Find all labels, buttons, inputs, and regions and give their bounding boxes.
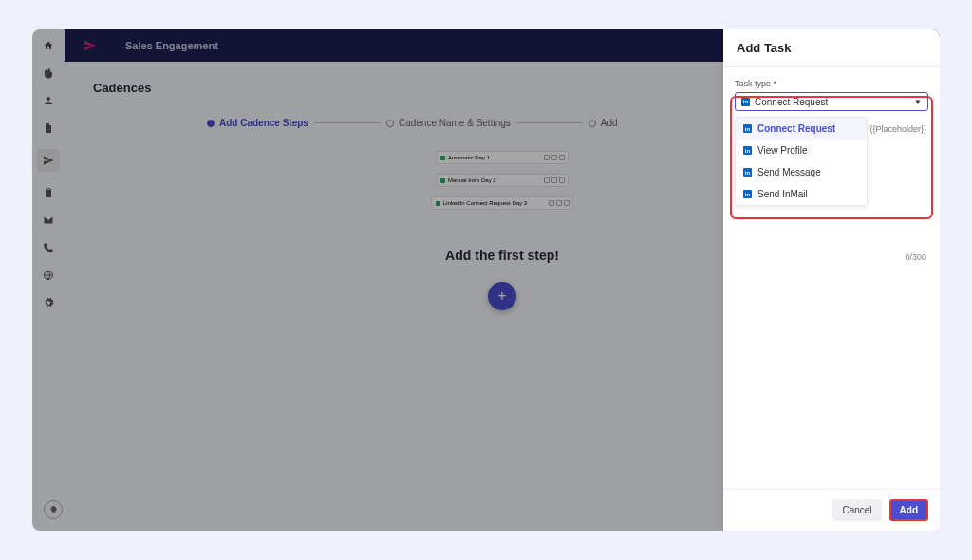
chip-row: Manual Intro Day 2 bbox=[436, 174, 569, 187]
panel-title: Add Task bbox=[723, 29, 940, 67]
chevron-down-icon: ▼ bbox=[914, 98, 922, 106]
radio-icon bbox=[589, 120, 596, 127]
step-label: Add bbox=[601, 118, 618, 128]
option-connect-request[interactable]: in Connect Request bbox=[736, 118, 867, 140]
radio-icon bbox=[207, 120, 215, 127]
linkedin-icon: in bbox=[743, 124, 752, 133]
linkedin-icon: in bbox=[743, 146, 752, 155]
linkedin-icon: in bbox=[743, 168, 752, 177]
add-task-panel: Add Task Task type * in Connect Request … bbox=[723, 29, 940, 531]
step-3: Add bbox=[589, 118, 618, 128]
option-label: Send Message bbox=[757, 167, 821, 177]
step-label: Add Cadence Steps bbox=[219, 118, 308, 128]
option-label: Connect Request bbox=[757, 123, 835, 134]
add-button[interactable]: Add bbox=[889, 499, 928, 521]
step-label: Cadence Name & Settings bbox=[399, 118, 511, 128]
example-chips: Automatic Day 1 Manual Intro Day 2 Linke… bbox=[436, 151, 569, 210]
option-send-message[interactable]: in Send Message bbox=[736, 161, 867, 183]
app-frame: Sales Engagement Cadences Add Cadence St… bbox=[32, 29, 940, 531]
placeholder-hint: {{Placeholder}} bbox=[869, 124, 926, 134]
send-icon[interactable] bbox=[37, 149, 60, 172]
linkedin-icon: in bbox=[743, 190, 752, 198]
mail-icon[interactable] bbox=[42, 214, 55, 227]
stepper-line bbox=[516, 122, 583, 123]
chip-row: LinkedIn Connect Request Day 3 bbox=[431, 196, 573, 210]
panel-footer: Cancel Add bbox=[723, 489, 940, 531]
cancel-button[interactable]: Cancel bbox=[832, 499, 881, 521]
topbar-title: Sales Engagement bbox=[125, 40, 218, 51]
char-counter: 0/300 bbox=[905, 252, 926, 262]
task-type-label: Task type * bbox=[735, 79, 928, 88]
phone-icon[interactable] bbox=[42, 241, 55, 254]
rocket-fab[interactable] bbox=[44, 500, 63, 519]
sidebar bbox=[32, 29, 65, 531]
gear-icon[interactable] bbox=[42, 296, 55, 309]
add-step-button[interactable]: + bbox=[488, 282, 516, 310]
step-2: Cadence Name & Settings bbox=[386, 118, 511, 128]
globe-icon[interactable] bbox=[42, 269, 55, 282]
document-icon[interactable] bbox=[42, 121, 55, 135]
option-send-inmail[interactable]: in Send InMail bbox=[736, 183, 867, 205]
step-1: Add Cadence Steps bbox=[207, 118, 308, 128]
hand-icon[interactable] bbox=[42, 66, 55, 80]
chip-row: Automatic Day 1 bbox=[436, 151, 569, 164]
home-icon[interactable] bbox=[42, 39, 55, 52]
linkedin-icon: in bbox=[741, 98, 750, 106]
radio-icon bbox=[386, 120, 394, 127]
task-type-dropdown: in Connect Request in View Profile in Se… bbox=[735, 117, 868, 206]
panel-body: Task type * in Connect Request ▼ {{Place… bbox=[723, 67, 940, 489]
person-icon[interactable] bbox=[42, 94, 55, 107]
option-label: View Profile bbox=[757, 145, 808, 156]
option-label: Send InMail bbox=[757, 189, 808, 199]
select-value: Connect Request bbox=[755, 97, 828, 107]
brand-icon bbox=[84, 39, 97, 52]
option-view-profile[interactable]: in View Profile bbox=[736, 140, 867, 161]
stepper-line bbox=[314, 122, 381, 123]
task-type-select[interactable]: in Connect Request ▼ bbox=[735, 92, 928, 111]
clipboard-icon[interactable] bbox=[42, 186, 55, 199]
